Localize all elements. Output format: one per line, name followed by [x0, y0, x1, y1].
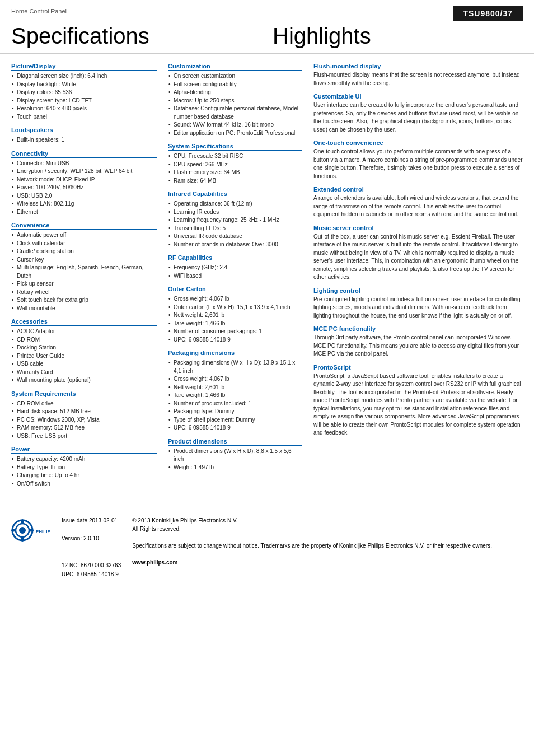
list-item: Cursor key [11, 256, 157, 264]
highlight-title-mce-pc: MCE PC functionality [313, 325, 523, 332]
list-item: Learning IR codes [168, 208, 302, 217]
list-item: Alpha-blending [168, 88, 302, 97]
list-item: Transmitting LEDs: 5 [168, 225, 302, 233]
list-item: Clock with calendar [11, 240, 157, 248]
section-title-customization: Customization [168, 63, 302, 71]
section-convenience: Convenience Automatic power off Clock wi… [11, 222, 157, 312]
list-item: Tare weight: 1,466 lb [168, 391, 302, 400]
section-packaging-dimensions: Packaging dimensions Packaging dimension… [168, 349, 302, 432]
highlight-text-pronto-script: ProntoScript, a JavaScript based softwar… [313, 372, 523, 437]
list-item: PC OS: Windows 2000, XP, Vista [11, 416, 157, 424]
svg-point-3 [19, 527, 26, 534]
middle-column: Customization On screen customization Fu… [168, 63, 302, 493]
highlight-title-music-server: Music server control [313, 225, 523, 231]
website: www.philips.com [132, 558, 523, 567]
section-loudspeakers: Loudspeakers Built-in speakers: 1 [11, 127, 157, 144]
section-system-requirements: System Requirements CD-ROM drive Hard di… [11, 390, 157, 441]
section-infrared: Infrared Capabilities Operating distance… [168, 190, 302, 249]
list-item: Printed User Guide [11, 352, 157, 361]
list-accessories: AC/DC Adaptor CD-ROM Docking Station Pri… [11, 328, 157, 385]
section-rf: RF Capabilities Frequency (GHz): 2.4 WiF… [168, 254, 302, 280]
section-customization: Customization On screen customization Fu… [168, 63, 302, 137]
highlight-text-music-server: Out-of-the-box, a user can control his m… [313, 233, 523, 282]
content-area: Picture/Display Diagonal screen size (in… [0, 63, 534, 493]
section-title-power: Power [11, 446, 157, 454]
list-item: Number of products included: 1 [168, 400, 302, 408]
list-item: Battery Type: Li-ion [11, 464, 157, 472]
page-title-specs: Specifications [11, 24, 261, 49]
section-title-system-requirements: System Requirements [11, 390, 157, 398]
list-item: Resolution: 640 x 480 pixels [11, 105, 157, 113]
list-item: AC/DC Adaptor [11, 328, 157, 336]
list-item: Diagonal screen size (inch): 6.4 inch [11, 72, 157, 81]
section-title-outer-carton: Outer Carton [168, 286, 302, 293]
section-title-rf: RF Capabilities [168, 254, 302, 262]
list-item: Wall mounting plate (optional) [11, 376, 157, 385]
list-item: Wireless LAN: 802.11g [11, 200, 157, 208]
highlight-mce-pc: MCE PC functionality Through 3rd party s… [313, 325, 523, 358]
highlight-pronto-script: ProntoScript ProntoScript, a JavaScript … [313, 364, 523, 437]
highlight-title-lighting-control: Lighting control [313, 287, 523, 294]
list-item: Ram size: 64 MB [168, 177, 302, 185]
highlight-text-flush-mounted: Flush-mounted display means that the scr… [313, 71, 523, 87]
highlight-title-pronto-script: ProntoScript [313, 364, 523, 371]
section-title-infrared: Infrared Capabilities [168, 190, 302, 198]
footer-info: Issue date 2013-02-01 Version: 2.0.10 12… [62, 516, 523, 579]
section-title-loudspeakers: Loudspeakers [11, 127, 157, 134]
list-item: Number of brands in database: Over 3000 [168, 241, 302, 249]
footer-col-legal: © 2013 Koninklijke Philips Electronics N… [132, 516, 523, 579]
list-item: CD-ROM [11, 336, 157, 344]
list-item: Outer carton (L x W x H): 15,1 x 13,9 x … [168, 304, 302, 312]
list-item: Pick up sensor [11, 280, 157, 288]
list-packaging-dimensions: Packaging dimensions (W x H x D): 13,9 x… [168, 359, 302, 432]
list-power: Battery capacity: 4200 mAh Battery Type:… [11, 455, 157, 488]
list-item: UPC: 6 09585 14018 9 [168, 424, 302, 432]
section-product-dimensions: Product dimensions Product dimensions (W… [168, 438, 302, 472]
section-picture-display: Picture/Display Diagonal screen size (in… [11, 63, 157, 121]
disclaimer: Specifications are subject to change wit… [132, 542, 523, 550]
list-item: On/Off switch [11, 480, 157, 488]
list-item: On screen customization [168, 72, 302, 81]
highlight-lighting-control: Lighting control Pre-configured lighting… [313, 287, 523, 320]
list-rf: Frequency (GHz): 2.4 WiFi based [168, 264, 302, 280]
list-item: Multi language: English, Spanish, French… [11, 264, 157, 280]
section-title-product-dimensions: Product dimensions [168, 438, 302, 446]
section-system-specifications: System Specifications CPU: Freescale 32 … [168, 143, 302, 185]
section-title-picture-display: Picture/Display [11, 63, 157, 71]
issue-date: Issue date 2013-02-01 [62, 516, 121, 525]
list-item: Packaging type: Dummy [168, 408, 302, 416]
rights: All Rights reserved. [132, 525, 523, 533]
list-item: Tare weight: 1,466 lb [168, 320, 302, 328]
list-connectivity: Connector: Mini USB Encryption / securit… [11, 160, 157, 217]
list-item: Wall mountable [11, 305, 157, 313]
highlight-text-lighting-control: Pre-configured lighting control includes… [313, 296, 523, 320]
footer-info-cols: Issue date 2013-02-01 Version: 2.0.10 12… [62, 516, 523, 579]
list-item: Display colors: 65,536 [11, 88, 157, 97]
svg-point-4 [21, 519, 24, 524]
title-row: Specifications Highlights [0, 24, 534, 54]
list-item: Learning frequency range: 25 kHz - 1 MHz [168, 216, 302, 225]
list-item: Full screen configurability [168, 81, 302, 89]
copyright: © 2013 Koninklijke Philips Electronics N… [132, 516, 523, 525]
list-item: Flash memory size: 64 MB [168, 169, 302, 177]
list-infrared: Operating distance: 36 ft (12 m) Learnin… [168, 200, 302, 249]
list-item: Built-in speakers: 1 [11, 136, 157, 144]
list-item: RAM memory: 512 MB free [11, 424, 157, 432]
list-customization: On screen customization Full screen conf… [168, 72, 302, 137]
list-item: Display screen type: LCD TFT [11, 97, 157, 105]
list-system-specifications: CPU: Freescale 32 bit RISC CPU speed: 26… [168, 152, 302, 185]
list-item: CPU speed: 266 MHz [168, 161, 302, 169]
list-system-requirements: CD-ROM drive Hard disk space: 512 MB fre… [11, 400, 157, 441]
nc-label: 12 NC: 8670 000 32763 [62, 561, 121, 570]
home-control-label: Home Control Panel [11, 6, 67, 15]
list-picture-display: Diagonal screen size (inch): 6.4 inch Di… [11, 72, 157, 121]
section-title-packaging-dimensions: Packaging dimensions [168, 349, 302, 357]
list-item: Editor application on PC: ProntoEdit Pro… [168, 129, 302, 138]
highlight-flush-mounted: Flush-mounted display Flush-mounted disp… [313, 63, 523, 87]
list-item: Charging time: Up to 4 hr [11, 472, 157, 480]
list-item: Warranty Card [11, 368, 157, 377]
list-item: Nett weight: 2,601 lb [168, 384, 302, 392]
highlight-title-flush-mounted: Flush-mounted display [313, 63, 523, 69]
list-item: Packaging dimensions (W x H x D): 13,9 x… [168, 359, 302, 375]
footer-col-dates: Issue date 2013-02-01 Version: 2.0.10 12… [62, 516, 121, 579]
